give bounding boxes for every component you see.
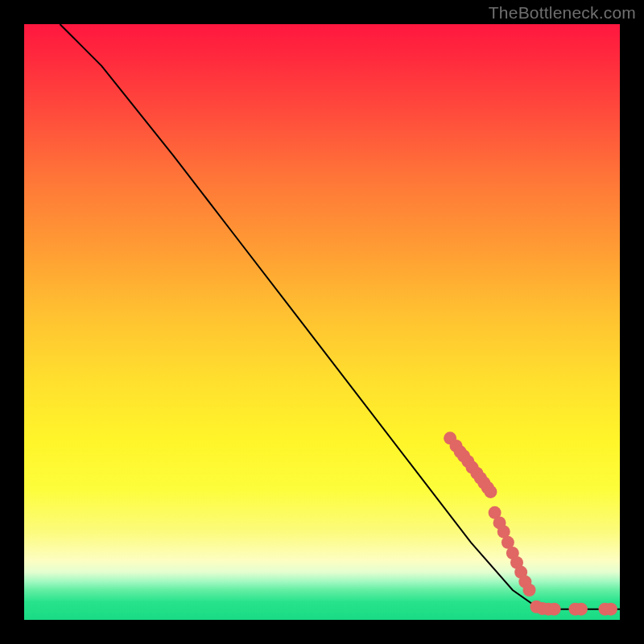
bottleneck-curve [60, 24, 620, 609]
data-marker [548, 603, 561, 616]
data-marker [605, 603, 617, 616]
data-marker [575, 603, 588, 616]
data-marker [523, 584, 536, 597]
chart-svg [24, 24, 620, 620]
plot-area [24, 24, 620, 620]
watermark-text: TheBottleneck.com [489, 3, 636, 23]
chart-frame: TheBottleneck.com [0, 0, 644, 644]
data-marker [484, 485, 497, 498]
